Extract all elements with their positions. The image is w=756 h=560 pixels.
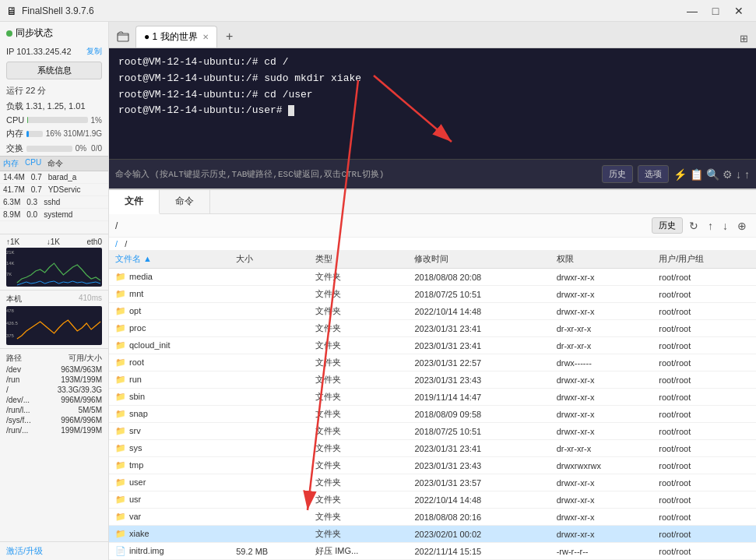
terminal-line-3: root@VM-12-14-ubuntu:/# cd /user bbox=[118, 87, 747, 104]
file-perm: drwxr-xr-x bbox=[550, 491, 653, 509]
runtime-label: 运行 22 分 bbox=[0, 83, 108, 99]
terminal-line-1: root@VM-12-14-ubuntu:/# cd / bbox=[118, 55, 747, 71]
file-type: 文件夹 bbox=[309, 423, 408, 440]
disk-path-header: 路径 bbox=[6, 353, 22, 364]
search-icon[interactable]: 🔍 bbox=[706, 168, 719, 181]
swap-stat-row: 交换 0% 0/0 bbox=[0, 141, 108, 156]
sidebar: 同步状态 IP 101.33.245.42 复制 系统信息 运行 22 分 负载… bbox=[0, 22, 109, 560]
col-owner[interactable]: 用户/用户组 bbox=[652, 250, 756, 269]
latency-val: 410ms bbox=[79, 294, 102, 305]
table-row[interactable]: 📁media 文件夹 2018/08/08 20:08 drwxr-xr-x r… bbox=[109, 269, 756, 286]
upload-icon[interactable]: ↑ bbox=[744, 168, 750, 181]
tab-commands[interactable]: 命令 bbox=[160, 190, 210, 213]
maximize-button[interactable]: □ bbox=[705, 3, 726, 19]
table-row[interactable]: 📁sbin 文件夹 2019/11/14 14:47 drwxr-xr-x ro… bbox=[109, 389, 756, 406]
sys-info-button[interactable]: 系统信息 bbox=[6, 62, 102, 79]
folder-icon: 📁 bbox=[115, 323, 126, 333]
file-owner: root/root bbox=[652, 491, 756, 509]
close-button[interactable]: ✕ bbox=[728, 3, 750, 19]
mem-label: 内存 bbox=[6, 128, 23, 139]
process-row[interactable]: 6.3M0.3sshd bbox=[0, 196, 108, 209]
net-up: ↑1K bbox=[6, 238, 19, 246]
table-row[interactable]: 📁mnt 文件夹 2018/07/25 10:51 drwxr-xr-x roo… bbox=[109, 286, 756, 303]
table-row[interactable]: 📁proc 文件夹 2023/01/31 23:41 dr-xr-xr-x ro… bbox=[109, 320, 756, 337]
file-type: 文件夹 bbox=[309, 320, 408, 337]
copy-ip-button[interactable]: 复制 bbox=[86, 46, 102, 57]
new-folder-button[interactable]: ⊕ bbox=[734, 218, 750, 234]
breadcrumb-root[interactable]: / bbox=[115, 239, 122, 248]
process-row[interactable]: 41.7M0.7YDServic bbox=[0, 184, 108, 196]
file-perm: drwxr-xr-x bbox=[550, 474, 653, 491]
file-type: 文件夹 bbox=[309, 406, 408, 423]
mem-bar-wrap bbox=[26, 131, 43, 137]
refresh-button[interactable]: ↻ bbox=[686, 218, 701, 234]
minimize-button[interactable]: — bbox=[681, 3, 703, 19]
table-row[interactable]: 📄initrd.img 59.2 MB 好压 IMG... 2022/11/14… bbox=[109, 543, 756, 560]
file-history-button[interactable]: 历史 bbox=[652, 217, 683, 234]
col-modified[interactable]: 修改时间 bbox=[408, 250, 550, 269]
tab-files[interactable]: 文件 bbox=[109, 190, 160, 214]
file-size bbox=[230, 372, 309, 389]
col-name[interactable]: 文件名 ▲ bbox=[109, 250, 230, 269]
file-type: 文件夹 bbox=[309, 457, 408, 474]
process-row[interactable]: 8.9M0.0systemd bbox=[0, 209, 108, 221]
disk-path: /dev bbox=[6, 365, 21, 374]
file-size bbox=[230, 491, 309, 509]
file-owner: root/root bbox=[652, 337, 756, 354]
table-row[interactable]: 📁xiake 文件夹 2023/02/01 00:02 drwxr-xr-x r… bbox=[109, 526, 756, 543]
table-row[interactable]: 📁usr 文件夹 2022/10/14 14:48 drwxr-xr-x roo… bbox=[109, 491, 756, 509]
table-row[interactable]: 📁qcloud_init 文件夹 2023/01/31 23:41 dr-xr-… bbox=[109, 337, 756, 354]
title-bar: 🖥 FinalShell 3.9.7.6 — □ ✕ bbox=[0, 0, 756, 22]
table-row[interactable]: 📁sys 文件夹 2023/01/31 23:41 dr-xr-xr-x roo… bbox=[109, 440, 756, 457]
proc-col-cpu[interactable]: CPU bbox=[22, 157, 44, 171]
add-tab-button[interactable]: + bbox=[219, 26, 241, 48]
proc-mem: 8.9M bbox=[0, 210, 23, 220]
process-row[interactable]: 14.4M0.7barad_a bbox=[0, 171, 108, 184]
file-type: 文件夹 bbox=[309, 354, 408, 372]
disk-avail-header: 可用/大小 bbox=[69, 353, 102, 364]
tab-world[interactable]: ● 1 我的世界 ✕ bbox=[135, 26, 217, 48]
col-type[interactable]: 类型 bbox=[309, 250, 408, 269]
col-perm[interactable]: 权限 bbox=[550, 250, 653, 269]
disk-path: /run/l... bbox=[6, 406, 30, 414]
net-chart: 21K 14K 7K bbox=[6, 248, 102, 287]
history-button[interactable]: 历史 bbox=[602, 165, 633, 183]
upload-button[interactable]: ↑ bbox=[705, 218, 716, 234]
copy-icon[interactable]: 📋 bbox=[690, 168, 703, 181]
tab-close-icon[interactable]: ✕ bbox=[202, 33, 209, 41]
folder-icon: 📁 bbox=[115, 460, 126, 470]
col-size[interactable]: 大小 bbox=[230, 250, 309, 269]
file-size bbox=[230, 303, 309, 320]
proc-cmd: YDServic bbox=[45, 185, 84, 195]
folder-icon: 📁 bbox=[115, 512, 126, 521]
options-button[interactable]: 选项 bbox=[638, 165, 669, 183]
table-row[interactable]: 📁run 文件夹 2023/01/31 23:43 drwxr-xr-x roo… bbox=[109, 372, 756, 389]
table-row[interactable]: 📁snap 文件夹 2018/08/09 09:58 drwxr-xr-x ro… bbox=[109, 406, 756, 423]
file-name: 📁srv bbox=[109, 423, 230, 440]
file-perm: dr-xr-xr-x bbox=[550, 337, 653, 354]
lightning-icon[interactable]: ⚡ bbox=[673, 168, 687, 181]
tab-label: ● 1 我的世界 bbox=[144, 30, 198, 44]
table-row[interactable]: 📁tmp 文件夹 2023/01/31 23:43 drwxrwxrwx roo… bbox=[109, 457, 756, 474]
table-row[interactable]: 📁var 文件夹 2018/08/08 20:16 drwxr-xr-x roo… bbox=[109, 509, 756, 526]
table-row[interactable]: 📁root 文件夹 2023/01/31 22:57 drwx------ ro… bbox=[109, 354, 756, 372]
proc-col-mem[interactable]: 内存 bbox=[0, 157, 22, 171]
sync-status: 同步状态 bbox=[0, 22, 108, 44]
table-row[interactable]: 📁srv 文件夹 2018/07/25 10:51 drwxr-xr-x roo… bbox=[109, 423, 756, 440]
proc-col-cmd[interactable]: 命令 bbox=[44, 157, 66, 171]
file-size bbox=[230, 389, 309, 406]
file-download-button[interactable]: ↓ bbox=[719, 218, 731, 234]
file-table-wrap[interactable]: 文件名 ▲ 大小 类型 修改时间 权限 用户/用户组 📁media 文件夹 20… bbox=[109, 250, 756, 560]
activate-row: 激活/升级 bbox=[0, 541, 108, 560]
folder-icon-button[interactable] bbox=[112, 26, 134, 48]
download-icon[interactable]: ↓ bbox=[736, 168, 741, 181]
file-type: 文件夹 bbox=[309, 440, 408, 457]
file-modified: 2018/08/09 09:58 bbox=[408, 406, 550, 423]
terminal[interactable]: root@VM-12-14-ubuntu:/# cd / root@VM-12-… bbox=[109, 48, 756, 159]
grid-view-button[interactable]: ⊞ bbox=[734, 29, 753, 48]
table-row[interactable]: 📁opt 文件夹 2022/10/14 14:48 drwxr-xr-x roo… bbox=[109, 303, 756, 320]
gear-icon[interactable]: ⚙ bbox=[723, 168, 733, 181]
table-row[interactable]: 📁user 文件夹 2023/01/31 23:57 drwxr-xr-x ro… bbox=[109, 474, 756, 491]
file-perm: drwxr-xr-x bbox=[550, 269, 653, 286]
activate-button[interactable]: 激活/升级 bbox=[6, 546, 43, 555]
